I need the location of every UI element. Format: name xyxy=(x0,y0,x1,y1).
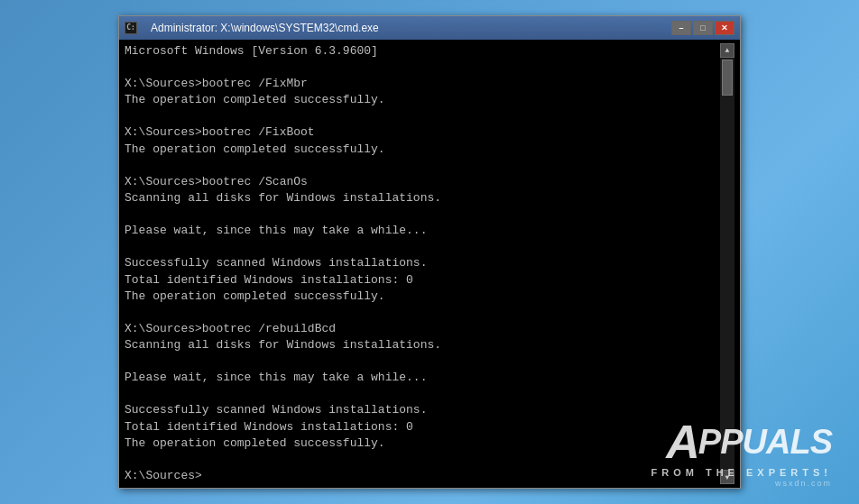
title-bar-left: C: Administrator: X:\windows\SYSTEM32\cm… xyxy=(125,22,388,34)
terminal-body: Microsoft Windows [Version 6.3.9600]X:\S… xyxy=(119,40,740,488)
terminal-line: X:\Sources>bootrec /FixBoot xyxy=(125,124,720,141)
terminal-line: Successfully scanned Windows installatio… xyxy=(125,402,720,418)
terminal-content: Microsoft Windows [Version 6.3.9600]X:\S… xyxy=(125,43,720,484)
terminal-line: Please wait, since this may take a while… xyxy=(125,223,720,239)
terminal-line xyxy=(125,108,720,124)
terminal-line: Microsoft Windows [Version 6.3.9600] xyxy=(125,43,720,60)
window-title: Administrator: X:\windows\SYSTEM32\cmd.e… xyxy=(151,22,379,34)
terminal-line xyxy=(125,206,720,223)
scrollbar[interactable]: ▲ ▼ xyxy=(720,43,734,484)
terminal-line: Scanning all disks for Windows installat… xyxy=(125,337,720,353)
cmd-window: C: Administrator: X:\windows\SYSTEM32\cm… xyxy=(118,15,741,489)
terminal-line: The operation completed successfully. xyxy=(125,289,720,305)
close-button[interactable]: ✕ xyxy=(715,21,734,35)
scroll-down-button[interactable]: ▼ xyxy=(720,470,734,484)
cmd-icon-label: C: xyxy=(126,23,135,32)
terminal-line: Successfully scanned Windows installatio… xyxy=(125,255,720,271)
terminal-line xyxy=(125,239,720,255)
scroll-up-button[interactable]: ▲ xyxy=(720,43,734,58)
terminal-line: X:\Sources> xyxy=(125,468,720,484)
terminal-line: The operation completed successfully. xyxy=(125,435,720,452)
terminal-line xyxy=(125,386,720,402)
terminal-line: X:\Sources>bootrec /ScanOs xyxy=(125,174,720,190)
desktop: C: Administrator: X:\windows\SYSTEM32\cm… xyxy=(0,0,859,504)
terminal-line: The operation completed successfully. xyxy=(125,142,720,158)
terminal-line: Scanning all disks for Windows installat… xyxy=(125,190,720,206)
maximize-button[interactable]: □ xyxy=(693,21,713,35)
title-bar-buttons: – □ ✕ xyxy=(671,21,734,35)
scroll-track[interactable] xyxy=(720,58,734,470)
cmd-icon: C: xyxy=(125,22,137,34)
terminal-line: Total identified Windows installations: … xyxy=(125,419,720,435)
terminal-line: Please wait, since this may take a while… xyxy=(125,370,720,386)
terminal-line xyxy=(125,305,720,321)
terminal-line: Total identified Windows installations: … xyxy=(125,272,720,289)
terminal-line xyxy=(125,353,720,370)
terminal-line: X:\Sources>bootrec /rebuildBcd xyxy=(125,321,720,337)
scroll-thumb[interactable] xyxy=(722,60,733,96)
minimize-button[interactable]: – xyxy=(671,21,691,35)
terminal-line: X:\Sources>bootrec /FixMbr xyxy=(125,76,720,92)
terminal-line xyxy=(125,452,720,468)
terminal-line: The operation completed successfully. xyxy=(125,92,720,108)
terminal-line xyxy=(125,158,720,174)
terminal-line xyxy=(125,60,720,76)
title-bar: C: Administrator: X:\windows\SYSTEM32\cm… xyxy=(119,16,740,40)
